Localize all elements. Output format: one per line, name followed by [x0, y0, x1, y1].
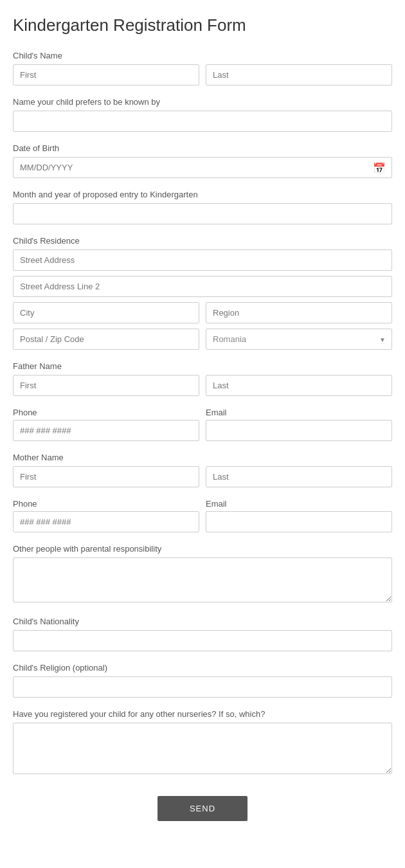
- mother-email-label: Email: [206, 499, 392, 509]
- child-last-name-input[interactable]: [206, 64, 392, 86]
- father-name-label: Father Name: [13, 361, 392, 371]
- page-title: Kindergarten Registration Form: [13, 15, 392, 35]
- religion-input[interactable]: [13, 676, 392, 698]
- child-name-section: Child's Name: [13, 51, 392, 86]
- city-input[interactable]: [13, 302, 199, 323]
- other-parental-section: Other people with parental responsibilit…: [13, 544, 392, 605]
- residence-section: Child's Residence RomaniaAlbaniaAndorraA…: [13, 236, 392, 350]
- mother-email-input[interactable]: [206, 511, 392, 532]
- father-phone-input[interactable]: [13, 420, 199, 441]
- child-first-name-input[interactable]: [13, 64, 199, 86]
- street1-input[interactable]: [13, 249, 392, 271]
- postal-input[interactable]: [13, 329, 199, 350]
- mother-name-label: Mother Name: [13, 453, 392, 462]
- nationality-label: Child's Nationality: [13, 617, 392, 626]
- mother-first-name-input[interactable]: [13, 466, 199, 487]
- mother-name-section: Mother Name: [13, 453, 392, 487]
- father-first-name-input[interactable]: [13, 375, 199, 396]
- entry-input[interactable]: [13, 203, 392, 224]
- religion-label: Child's Religion (optional): [13, 663, 392, 673]
- father-name-section: Father Name: [13, 361, 392, 396]
- nurseries-label: Have you registered your child for any o…: [13, 709, 392, 719]
- send-button[interactable]: SEND: [158, 796, 248, 821]
- father-email-label: Email: [206, 408, 392, 417]
- father-last-name-input[interactable]: [206, 375, 392, 396]
- nickname-input[interactable]: [13, 111, 392, 132]
- father-email-input[interactable]: [206, 420, 392, 441]
- nurseries-textarea[interactable]: [13, 723, 392, 774]
- mother-phone-input[interactable]: [13, 511, 199, 532]
- region-input[interactable]: [206, 302, 392, 323]
- entry-section: Month and year of proposed entry to Kind…: [13, 190, 392, 224]
- other-parental-textarea[interactable]: [13, 557, 392, 602]
- entry-label: Month and year of proposed entry to Kind…: [13, 190, 392, 199]
- dob-input[interactable]: [13, 157, 392, 178]
- dob-label: Date of Birth: [13, 143, 392, 153]
- nationality-input[interactable]: [13, 630, 392, 651]
- other-parental-label: Other people with parental responsibilit…: [13, 544, 392, 554]
- residence-label: Child's Residence: [13, 236, 392, 246]
- father-phone-label: Phone: [13, 408, 199, 417]
- nickname-label: Name your child prefers to be known by: [13, 97, 392, 107]
- nationality-section: Child's Nationality: [13, 617, 392, 651]
- religion-section: Child's Religion (optional): [13, 663, 392, 698]
- mother-phone-label: Phone: [13, 499, 199, 509]
- mother-contact-section: Phone Email: [13, 499, 392, 532]
- mother-last-name-input[interactable]: [206, 466, 392, 487]
- dob-section: Date of Birth 📅: [13, 143, 392, 178]
- country-select[interactable]: RomaniaAlbaniaAndorraAustriaBelarusBelgi…: [206, 329, 392, 350]
- street2-input[interactable]: [13, 276, 392, 297]
- child-name-label: Child's Name: [13, 51, 392, 60]
- nickname-section: Name your child prefers to be known by: [13, 97, 392, 132]
- nurseries-section: Have you registered your child for any o…: [13, 709, 392, 777]
- father-contact-section: Phone Email: [13, 408, 392, 441]
